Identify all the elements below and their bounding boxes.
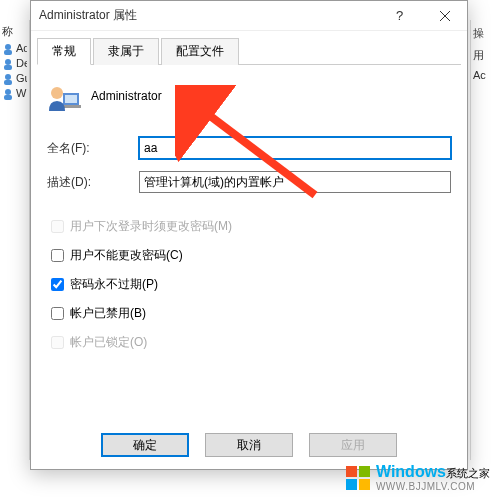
check-must-change-label: 用户下次登录时须更改密码(M) [70, 218, 232, 235]
bg-sidebar-item: Defa [2, 56, 27, 71]
bg-right-item: Ac [473, 68, 498, 82]
bg-sidebar-item: Gues [2, 71, 27, 86]
svg-point-0 [5, 44, 11, 50]
svg-rect-18 [346, 479, 357, 490]
fullname-input[interactable] [139, 137, 451, 159]
check-never-expire[interactable]: 密码永不过期(P) [47, 275, 451, 294]
check-locked-out-box [51, 336, 64, 349]
check-never-expire-label: 密码永不过期(P) [70, 276, 158, 293]
svg-rect-7 [4, 95, 12, 100]
bg-sidebar-item: WDA [2, 86, 27, 101]
check-must-change: 用户下次登录时须更改密码(M) [47, 217, 451, 236]
titlebar: Administrator 属性 ? [31, 1, 467, 31]
windows-logo-icon [344, 464, 372, 492]
background-right-panel: 操 用 Ac [470, 20, 500, 460]
watermark-brand: Windows [376, 463, 446, 480]
close-button[interactable] [422, 1, 467, 31]
check-cannot-change-label: 用户不能更改密码(C) [70, 247, 183, 264]
user-icon [47, 79, 81, 113]
tabs: 常规 隶属于 配置文件 [37, 37, 461, 65]
check-account-disabled-box[interactable] [51, 307, 64, 320]
watermark-url: WWW.BJJMLV.COM [376, 481, 490, 492]
user-header: Administrator [47, 79, 451, 113]
description-label: 描述(D): [47, 174, 139, 191]
watermark: Windows系统之家 WWW.BJJMLV.COM [344, 463, 490, 492]
svg-rect-3 [4, 65, 12, 70]
bg-sidebar-header: 称 [2, 22, 27, 41]
tab-profile[interactable]: 配置文件 [161, 38, 239, 65]
ok-button[interactable]: 确定 [101, 433, 189, 457]
svg-rect-1 [4, 50, 12, 55]
svg-point-13 [51, 87, 63, 99]
svg-point-4 [5, 74, 11, 80]
svg-rect-19 [359, 479, 370, 490]
fullname-field: 全名(F): [47, 137, 451, 159]
user-name: Administrator [91, 89, 162, 103]
check-must-change-box [51, 220, 64, 233]
help-button[interactable]: ? [377, 1, 422, 31]
svg-point-2 [5, 59, 11, 65]
check-locked-out: 帐户已锁定(O) [47, 333, 451, 352]
check-cannot-change-box[interactable] [51, 249, 64, 262]
description-input[interactable] [139, 171, 451, 193]
tab-content: Administrator 全名(F): 描述(D): 用户下次登录时须更改密码… [31, 65, 467, 376]
check-locked-out-label: 帐户已锁定(O) [70, 334, 147, 351]
background-sidebar: 称 Admini Defa Gues WDA [0, 20, 30, 460]
bg-right-sub: 用 [473, 47, 498, 64]
svg-rect-5 [4, 80, 12, 85]
svg-rect-16 [346, 466, 357, 477]
cancel-button[interactable]: 取消 [205, 433, 293, 457]
svg-point-6 [5, 89, 11, 95]
dialog-buttons: 确定 取消 应用 [31, 433, 467, 457]
check-never-expire-box[interactable] [51, 278, 64, 291]
fullname-label: 全名(F): [47, 140, 139, 157]
checkboxes: 用户下次登录时须更改密码(M) 用户不能更改密码(C) 密码永不过期(P) 帐户… [47, 217, 451, 352]
apply-button[interactable]: 应用 [309, 433, 397, 457]
check-account-disabled[interactable]: 帐户已禁用(B) [47, 304, 451, 323]
dialog-title: Administrator 属性 [39, 7, 377, 24]
tab-general[interactable]: 常规 [37, 38, 91, 65]
description-field: 描述(D): [47, 171, 451, 193]
close-icon [440, 11, 450, 21]
svg-rect-17 [359, 466, 370, 477]
properties-dialog: Administrator 属性 ? 常规 隶属于 配置文件 Administr… [30, 0, 468, 470]
bg-right-header: 操 [473, 24, 498, 43]
watermark-suffix: 系统之家 [446, 467, 490, 479]
svg-rect-11 [65, 95, 77, 103]
bg-sidebar-item: Admini [2, 41, 27, 56]
check-account-disabled-label: 帐户已禁用(B) [70, 305, 146, 322]
tab-member-of[interactable]: 隶属于 [93, 38, 159, 65]
check-cannot-change[interactable]: 用户不能更改密码(C) [47, 246, 451, 265]
